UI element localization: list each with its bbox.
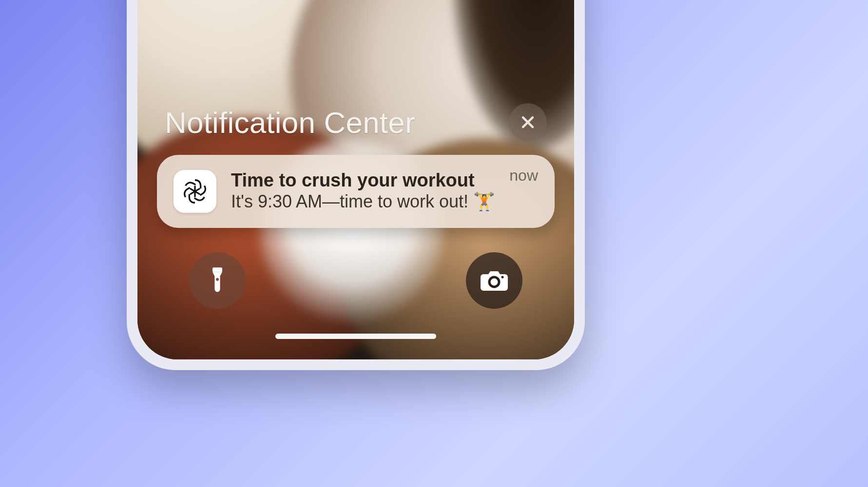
notification-card[interactable]: Time to crush your workout It's 9:30 AM—… [157,155,555,228]
flashlight-button[interactable] [189,252,246,309]
notification-body: It's 9:30 AM—time to work out! 🏋️ ... [231,190,503,212]
phone-frame: Notification Center [127,0,585,370]
openai-logo-icon [180,176,210,206]
notification-title: Time to crush your workout [231,170,503,191]
notification-center-title: Notification Center [165,105,415,140]
notification-app-icon [174,170,216,213]
phone-screen: Notification Center [137,0,574,359]
svg-point-1 [216,278,219,281]
dismiss-button[interactable] [509,103,547,141]
notification-body-text: It's 9:30 AM—time to work out! 🏋️ [231,191,495,211]
svg-point-3 [502,276,504,279]
close-icon [520,114,536,131]
camera-icon [480,269,509,292]
notification-timestamp: now [509,167,538,185]
svg-rect-0 [212,267,222,272]
camera-button[interactable] [466,252,522,309]
flashlight-icon [205,266,230,295]
home-indicator[interactable] [275,334,436,339]
notification-text: Time to crush your workout It's 9:30 AM—… [231,170,509,213]
